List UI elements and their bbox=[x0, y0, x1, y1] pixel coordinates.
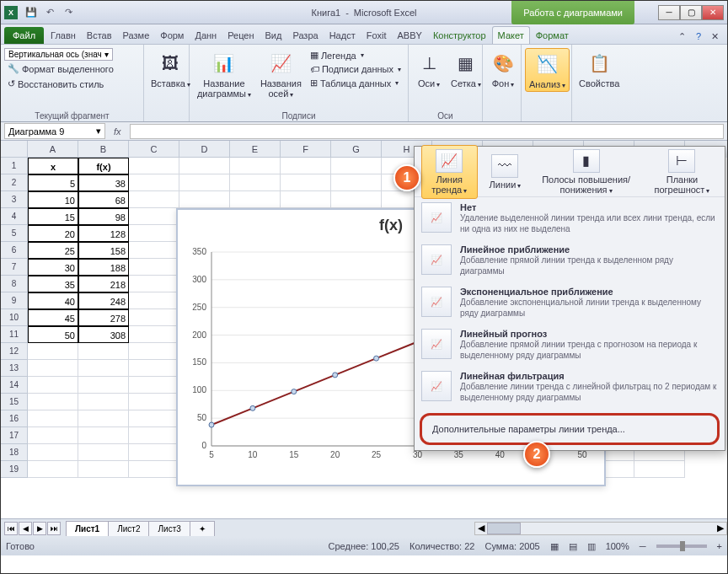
tab-home[interactable]: Главн bbox=[46, 27, 81, 44]
axis-titles-button[interactable]: 📈Названия осей bbox=[257, 48, 305, 100]
cell[interactable] bbox=[78, 394, 129, 410]
cell[interactable] bbox=[129, 259, 179, 276]
cell[interactable] bbox=[129, 427, 179, 444]
cell[interactable]: 278 bbox=[78, 309, 129, 326]
row-header[interactable]: 1 bbox=[1, 158, 28, 174]
trendline-option[interactable]: 📈Линейный прогнозДобавление прямой линии… bbox=[415, 324, 725, 366]
cell[interactable] bbox=[28, 410, 78, 427]
cell[interactable]: 5 bbox=[28, 174, 78, 191]
maximize-button[interactable]: ▢ bbox=[680, 5, 702, 20]
tab-foxit[interactable]: Foxit bbox=[361, 27, 392, 44]
doc-close-icon[interactable]: ✕ bbox=[708, 30, 722, 44]
col-header[interactable]: C bbox=[129, 141, 179, 158]
col-header[interactable]: F bbox=[281, 141, 331, 158]
cell[interactable] bbox=[28, 360, 78, 377]
cell[interactable]: 158 bbox=[78, 242, 129, 259]
tab-data[interactable]: Данн bbox=[190, 27, 222, 44]
cell[interactable] bbox=[281, 174, 331, 191]
axes-button[interactable]: ⊥Оси bbox=[412, 48, 446, 90]
cell[interactable]: 188 bbox=[78, 259, 129, 276]
col-header[interactable]: A bbox=[28, 141, 78, 158]
row-header[interactable]: 16 bbox=[1, 410, 28, 427]
row-header[interactable]: 17 bbox=[1, 427, 28, 444]
row-header[interactable]: 13 bbox=[1, 360, 28, 377]
select-all-corner[interactable] bbox=[1, 141, 28, 158]
cell[interactable] bbox=[129, 410, 179, 427]
cell[interactable] bbox=[331, 158, 382, 174]
data-table-button[interactable]: ⊞Таблица данных bbox=[307, 76, 404, 90]
sheet-nav-next[interactable]: ▶ bbox=[33, 522, 46, 535]
col-header[interactable]: G bbox=[331, 141, 382, 158]
sheet-tab-2[interactable]: Лист2 bbox=[108, 521, 149, 536]
cell[interactable] bbox=[78, 461, 129, 478]
tab-formulas[interactable]: Форм bbox=[155, 27, 189, 44]
trendline-option[interactable]: 📈НетУдаление выделенной линии тренда или… bbox=[415, 197, 725, 239]
cell[interactable] bbox=[78, 444, 129, 461]
sheet-nav-last[interactable]: ⏭ bbox=[47, 522, 61, 535]
cell[interactable]: f(x) bbox=[78, 158, 129, 174]
gridlines-button[interactable]: ▦Сетка bbox=[447, 48, 484, 90]
cell[interactable] bbox=[634, 461, 685, 478]
updown-bars-button[interactable]: ▮Полосы повышения/понижения bbox=[533, 146, 640, 198]
cell[interactable] bbox=[78, 360, 129, 377]
sheet-tab-3[interactable]: Лист3 bbox=[148, 521, 190, 536]
cell[interactable]: x bbox=[28, 158, 78, 174]
col-header[interactable]: D bbox=[179, 141, 230, 158]
cell[interactable] bbox=[129, 360, 179, 377]
sheet-tab-1[interactable]: Лист1 bbox=[66, 521, 109, 536]
cell[interactable] bbox=[28, 343, 78, 360]
row-header[interactable]: 10 bbox=[1, 309, 28, 326]
insert-button[interactable]: 🖼Вставка bbox=[147, 48, 194, 90]
cell[interactable] bbox=[230, 158, 281, 174]
cell[interactable] bbox=[179, 191, 230, 208]
horizontal-scrollbar[interactable]: ◀▶ bbox=[474, 522, 727, 535]
cell[interactable] bbox=[129, 326, 179, 343]
qat-save-icon[interactable]: 💾 bbox=[23, 5, 40, 20]
cell[interactable] bbox=[331, 191, 382, 208]
cell[interactable] bbox=[230, 174, 281, 191]
chart-element-selector[interactable]: Вертикальная ось (знач ▾ bbox=[4, 48, 113, 61]
cell[interactable]: 35 bbox=[28, 276, 78, 292]
cell[interactable] bbox=[129, 444, 179, 461]
cell[interactable]: 15 bbox=[28, 208, 78, 225]
cell[interactable]: 30 bbox=[28, 259, 78, 276]
cell[interactable]: 40 bbox=[28, 292, 78, 309]
reset-style-button[interactable]: ↺Восстановить стиль bbox=[4, 77, 107, 91]
row-header[interactable]: 11 bbox=[1, 326, 28, 343]
cell[interactable] bbox=[331, 174, 382, 191]
cell[interactable] bbox=[179, 174, 230, 191]
cell[interactable] bbox=[78, 377, 129, 394]
properties-button[interactable]: 📋Свойства bbox=[575, 48, 623, 90]
cell[interactable] bbox=[129, 343, 179, 360]
cell[interactable] bbox=[129, 461, 179, 478]
zoom-level[interactable]: 100% bbox=[606, 541, 629, 551]
tab-design[interactable]: Конструктор bbox=[428, 27, 491, 44]
row-header[interactable]: 12 bbox=[1, 343, 28, 360]
cell[interactable] bbox=[28, 427, 78, 444]
tab-developer[interactable]: Разра bbox=[287, 27, 323, 44]
cell[interactable]: 10 bbox=[28, 191, 78, 208]
sheet-nav-first[interactable]: ⏮ bbox=[4, 522, 18, 535]
background-button[interactable]: 🎨Фон bbox=[486, 48, 520, 90]
help-icon[interactable]: ? bbox=[693, 30, 704, 44]
cell[interactable] bbox=[28, 377, 78, 394]
formula-input[interactable] bbox=[130, 124, 724, 139]
row-header[interactable]: 9 bbox=[1, 292, 28, 309]
legend-button[interactable]: ▦Легенда bbox=[307, 48, 404, 62]
cell[interactable] bbox=[129, 191, 179, 208]
error-bars-button[interactable]: ⊢Планки погрешност bbox=[646, 146, 718, 198]
tab-file[interactable]: Файл bbox=[4, 27, 44, 44]
ribbon-minimize-icon[interactable]: ⌃ bbox=[675, 30, 689, 44]
analysis-button[interactable]: 📉Анализ bbox=[525, 48, 570, 92]
cell[interactable]: 68 bbox=[78, 191, 129, 208]
row-header[interactable]: 18 bbox=[1, 444, 28, 461]
name-box[interactable]: Диаграмма 9▾ bbox=[4, 123, 105, 139]
data-labels-button[interactable]: 🏷Подписи данных bbox=[307, 62, 404, 76]
cell[interactable] bbox=[129, 208, 179, 225]
cell[interactable] bbox=[129, 394, 179, 410]
close-button[interactable]: ✕ bbox=[702, 5, 724, 20]
trendline-option[interactable]: 📈Линейная фильтрацияДобавление линии тре… bbox=[415, 366, 725, 408]
fx-icon[interactable]: fx bbox=[109, 126, 126, 137]
qat-undo-icon[interactable]: ↶ bbox=[41, 5, 58, 20]
cell[interactable] bbox=[78, 427, 129, 444]
